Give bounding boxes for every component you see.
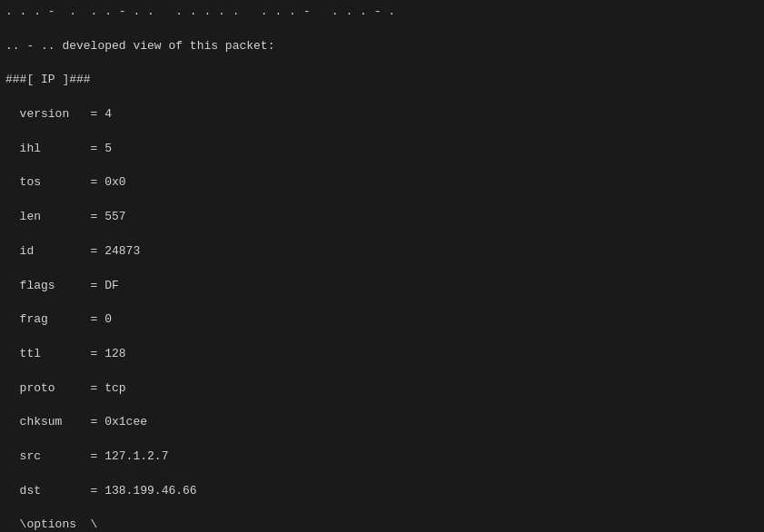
terminal-line-7: id = 24873	[5, 243, 759, 261]
terminal-line-9: frag = 0	[5, 311, 759, 329]
terminal-line-2: ###[ IP ]###	[5, 72, 759, 89]
terminal-line-8: flags = DF	[5, 278, 759, 295]
terminal-line-12: chksum = 0x1cee	[5, 414, 759, 431]
terminal-line-1: .. - .. developed view of this packet:	[5, 38, 759, 55]
terminal-window: . . . - . . . - . . . . . . . . . . - . …	[0, 0, 764, 532]
terminal-line-3: version = 4	[5, 106, 759, 123]
terminal-line-10: ttl = 128	[5, 346, 759, 363]
terminal-line-4: ihl = 5	[5, 141, 759, 158]
terminal-line-14: dst = 138.199.46.66	[5, 483, 759, 500]
terminal-line-11: proto = tcp	[5, 380, 759, 398]
terminal-line-15: \options \	[5, 517, 759, 532]
terminal-line-0: . . . - . . . - . . . . . . . . . . - . …	[5, 4, 759, 21]
terminal-line-5: tos = 0x0	[5, 174, 759, 192]
terminal-line-13: src = 127.1.2.7	[5, 448, 759, 466]
terminal-line-6: len = 557	[5, 209, 759, 226]
